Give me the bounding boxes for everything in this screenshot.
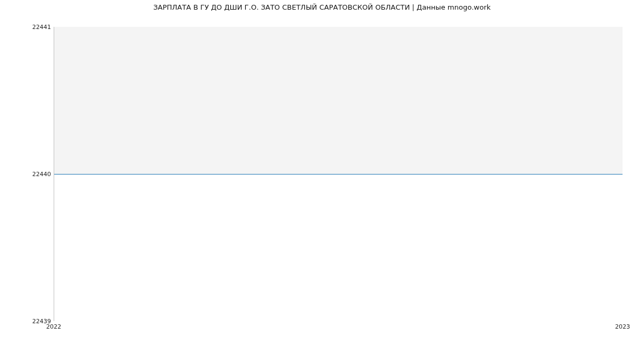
x-tick-label: 2022 bbox=[46, 323, 61, 330]
x-tick-label: 2023 bbox=[615, 323, 630, 330]
y-tick-label: 22441 bbox=[3, 24, 51, 31]
plot-area bbox=[54, 27, 623, 321]
y-tick-label: 22439 bbox=[3, 318, 51, 325]
chart-title: ЗАРПЛАТА В ГУ ДО ДШИ Г.О. ЗАТО СВЕТЛЫЙ С… bbox=[0, 3, 644, 11]
data-line bbox=[54, 174, 623, 174]
chart-container: ЗАРПЛАТА В ГУ ДО ДШИ Г.О. ЗАТО СВЕТЛЫЙ С… bbox=[0, 0, 644, 349]
area-fill bbox=[54, 174, 623, 321]
y-tick-label: 22440 bbox=[3, 171, 51, 178]
